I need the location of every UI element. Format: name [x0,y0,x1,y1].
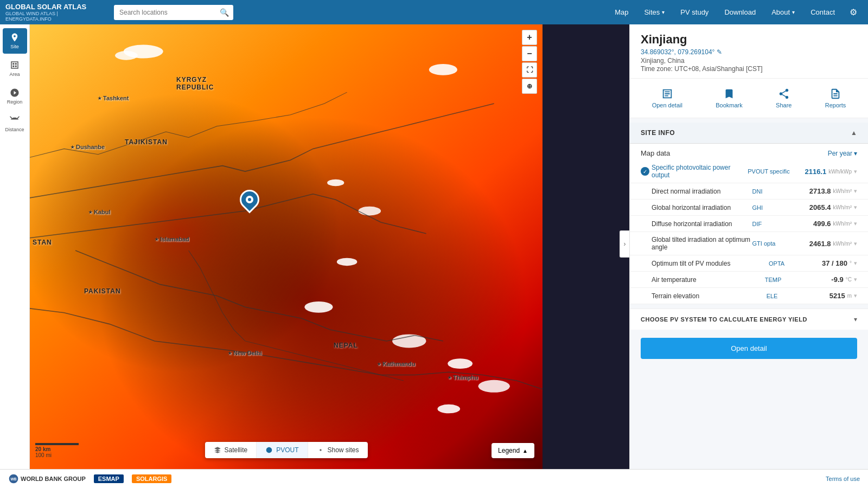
open-detail-icon [661,88,673,100]
search-wrapper: 🔍 [114,5,233,20]
fullscreen-button[interactable]: ⛶ [522,62,537,78]
row-label-1: Direct normal irradiation [652,188,752,195]
sidebar-tool-distance[interactable]: Distance [3,111,27,137]
data-rows-container: ✓Specific photovoltaic power outputPVOUT… [630,160,868,304]
data-row-3[interactable]: Diffuse horizontal irradiationDIF499.6kW… [630,216,868,232]
distance-icon [10,115,20,125]
sidebar-tool-site[interactable]: Site [3,28,27,54]
row-info-icon-3[interactable]: ▾ [854,220,857,227]
data-row-1[interactable]: Direct normal irradiationDNI2713.8kWh/m²… [630,183,868,200]
world-bank-text: WORLD BANK GROUP [21,476,86,482]
row-info-icon-0[interactable]: ▾ [854,168,857,175]
location-timezone: Time zone: UTC+08, Asia/Shanghai [CST] [641,65,857,73]
nav-sites[interactable]: Sites ▾ [637,5,671,19]
per-year-button[interactable]: Per year ▾ [828,150,857,157]
row-info-icon-2[interactable]: ▾ [854,204,857,211]
nav-area: Map Sites ▾ PV study Download About ▾ Co… [239,4,868,20]
nav-contact[interactable]: Contact [804,5,841,19]
share-action[interactable]: Share [770,85,797,111]
svg-point-14 [320,449,322,451]
row-abbr-7: ELE [767,293,815,299]
coords-edit-icon[interactable]: ✎ [717,48,722,56]
site-info-collapse-icon: ▲ [851,129,857,137]
search-input[interactable] [114,5,233,20]
data-row-2[interactable]: Global horizontal irradiationGHI2065.4kW… [630,200,868,216]
locate-button[interactable]: ⊕ [522,79,537,94]
bookmark-action[interactable]: Bookmark [710,85,748,111]
legend-label: Legend [498,447,520,454]
svg-point-9 [304,301,333,313]
right-panel: Xinjiang 34.869032°, 079.269104° ✎ Xinji… [629,24,868,488]
panel-toggle-button[interactable]: › [620,230,629,258]
map-background[interactable]: ★Tashkent ★Dushanbe ★Kabul ★Islamabad ★N… [30,24,542,488]
data-row-0[interactable]: ✓Specific photovoltaic power outputPVOUT… [630,160,868,183]
nav-download[interactable]: Download [718,5,762,19]
row-check-0[interactable]: ✓ [641,167,652,176]
row-info-icon-1[interactable]: ▾ [854,188,857,195]
svg-point-11 [448,358,473,369]
site-info-section: SITE INFO ▲ Map data Per year ▾ ✓Specifi… [630,123,868,304]
location-coords: 34.869032°, 079.269104° ✎ [641,48,857,56]
bottom-logos: WB WORLD BANK GROUP ESMAP SOLARGIS [8,473,171,484]
row-value-6: -9.9 [814,275,844,284]
data-row-7[interactable]: Terrain elevationELE5215m▾ [630,288,868,304]
row-unit-6: °C [846,277,852,282]
settings-icon[interactable]: ⚙ [844,4,863,20]
bottom-bar: WB WORLD BANK GROUP ESMAP SOLARGIS Terms… [0,469,868,488]
location-title: Xinjiang [641,33,857,47]
row-label-4: Global tilted irradiation at optimum ang… [652,236,752,251]
row-unit-7: m [847,293,852,299]
svg-point-7 [358,207,381,216]
search-icon[interactable]: 🔍 [220,8,229,17]
site-info-header[interactable]: SITE INFO ▲ [630,123,868,144]
map-pin[interactable] [240,190,259,209]
row-label-7: Terrain elevation [652,292,767,300]
pvout-toggle[interactable]: PVOUT [257,442,308,458]
svg-point-4 [115,51,138,60]
nav-pv-study[interactable]: PV study [674,5,715,19]
data-row-4[interactable]: Global tilted irradiation at optimum ang… [630,232,868,255]
row-info-icon-6[interactable]: ▾ [854,276,857,283]
row-label-2: Global horizontal irradiation [652,204,752,211]
sidebar-tool-region[interactable]: Region [3,84,27,109]
region-icon [10,88,20,98]
map-data-header: Map data Per year ▾ [630,144,868,160]
legend-button[interactable]: Legend ▲ [492,443,534,458]
check-circle: ✓ [641,167,649,176]
pin-body [236,186,264,214]
row-value-5: 37 / 180 [818,259,847,267]
pv-system-section[interactable]: CHOOSE PV SYSTEM TO CALCULATE ENERGY YIE… [630,309,868,330]
zoom-out-button[interactable]: − [522,46,537,61]
data-row-5[interactable]: Optimum tilt of PV modulesOPTA37 / 180°▾ [630,255,868,272]
sidebar-tool-area[interactable]: Area [3,56,27,81]
area-icon [10,60,20,70]
logo-title: GLOBAL SOLAR ATLAS [5,3,103,11]
location-icon [10,33,20,42]
sites-chevron-icon: ▾ [662,9,665,15]
row-unit-3: kWh/m² [833,221,852,227]
svg-point-6 [327,179,344,187]
show-sites-toggle[interactable]: Show sites [308,442,368,458]
per-year-chevron-icon: ▾ [854,150,857,157]
show-sites-icon [317,446,324,454]
row-label-3: Diffuse horizontal irradiation [652,220,752,228]
row-info-icon-4[interactable]: ▾ [854,240,857,247]
pvout-icon [265,446,273,454]
logo-area: GLOBAL SOLAR ATLAS GLOBAL WIND ATLAS | E… [0,3,108,22]
panel-toggle-icon: › [624,240,626,248]
open-detail-action[interactable]: Open detail [647,85,688,111]
row-info-icon-5[interactable]: ▾ [854,260,857,267]
terms-link[interactable]: Terms of use [826,476,860,482]
row-info-icon-7[interactable]: ▾ [854,292,857,299]
data-row-6[interactable]: Air temperatureTEMP-9.9°C▾ [630,272,868,288]
map-container[interactable]: ★Tashkent ★Dushanbe ★Kabul ★Islamabad ★N… [30,24,542,488]
zoom-in-button[interactable]: + [522,30,537,45]
open-detail-button[interactable]: Open detail [641,338,857,359]
svg-point-8 [337,258,358,266]
row-unit-4: kWh/m² [833,241,852,247]
map-toggle-bar: Satellite PVOUT Show sites [205,442,367,458]
reports-action[interactable]: Reports [820,85,852,111]
satellite-toggle[interactable]: Satellite [205,442,257,458]
nav-map[interactable]: Map [608,5,635,19]
nav-about[interactable]: About ▾ [765,5,801,19]
